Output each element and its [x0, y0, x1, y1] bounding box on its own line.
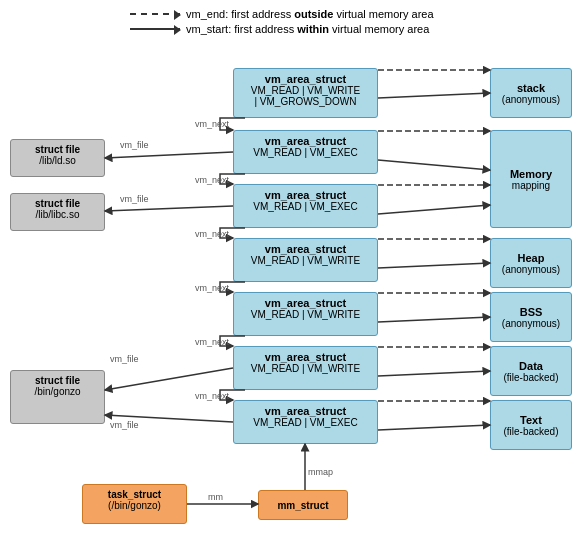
region-stack-title: stack — [517, 82, 545, 94]
vma6-title: vm_area_struct — [240, 351, 371, 363]
vm-file-label-4: vm_file — [110, 420, 139, 430]
vm-next-label-6: vm_next — [195, 391, 230, 401]
file3-title: struct file — [17, 375, 98, 386]
svg-line-4 — [378, 93, 490, 98]
region-data: Data (file-backed) — [490, 346, 572, 396]
legend-solid-text: vm_start: first address within virtual m… — [186, 23, 429, 35]
file2-title: struct file — [17, 198, 98, 209]
mm-struct-label: mm_struct — [277, 500, 328, 511]
mmap-arrow-label: mmap — [308, 467, 333, 477]
region-text-sub: (file-backed) — [503, 426, 558, 437]
vma3-line1: VM_READ | VM_EXEC — [240, 201, 371, 212]
file-box-1: struct file /lib/ld.so — [10, 139, 105, 177]
svg-line-0 — [105, 152, 233, 158]
region-bss-sub: (anonymous) — [502, 318, 560, 329]
svg-line-14 — [378, 371, 490, 376]
vma-box-1: vm_area_struct VM_READ | VM_WRITE | VM_G… — [233, 68, 378, 118]
vma2-line1: VM_READ | VM_EXEC — [240, 147, 371, 158]
vma1-line1: VM_READ | VM_WRITE — [240, 85, 371, 96]
vma-box-4: vm_area_struct VM_READ | VM_WRITE — [233, 238, 378, 282]
file2-sub: /lib/libc.so — [17, 209, 98, 220]
svg-line-6 — [378, 160, 490, 170]
svg-line-16 — [378, 425, 490, 430]
region-bss-title: BSS — [520, 306, 543, 318]
vma3-title: vm_area_struct — [240, 189, 371, 201]
svg-line-12 — [378, 317, 490, 322]
region-heap: Heap (anonymous) — [490, 238, 572, 288]
task-struct-sub: (/bin/gonzo) — [91, 500, 178, 511]
vma5-title: vm_area_struct — [240, 297, 371, 309]
file-box-2: struct file /lib/libc.so — [10, 193, 105, 231]
vma7-title: vm_area_struct — [240, 405, 371, 417]
svg-line-1 — [105, 206, 233, 211]
vma2-title: vm_area_struct — [240, 135, 371, 147]
vm-next-label-4: vm_next — [195, 283, 230, 293]
vm-next-label-1: vm_next — [195, 119, 230, 129]
region-mmap-title: Memory — [510, 168, 552, 180]
region-mmap-sub: mapping — [512, 180, 550, 191]
vm-next-label-5: vm_next — [195, 337, 230, 347]
vm-file-label-2: vm_file — [120, 194, 149, 204]
mm-struct-box: mm_struct — [258, 490, 348, 520]
region-heap-sub: (anonymous) — [502, 264, 560, 275]
vma4-line1: VM_READ | VM_WRITE — [240, 255, 371, 266]
region-data-title: Data — [519, 360, 543, 372]
file1-sub: /lib/ld.so — [17, 155, 98, 166]
vma-box-6: vm_area_struct VM_READ | VM_WRITE — [233, 346, 378, 390]
vm-file-label-3: vm_file — [110, 354, 139, 364]
region-mmap: Memory mapping — [490, 130, 572, 228]
legend-dashed-text: vm_end: first address outside virtual me… — [186, 8, 434, 20]
vm-next-label-2: vm_next — [195, 175, 230, 185]
svg-line-2 — [105, 368, 233, 390]
region-text: Text (file-backed) — [490, 400, 572, 450]
legend-dashed: vm_end: first address outside virtual me… — [130, 8, 434, 20]
svg-line-8 — [378, 205, 490, 214]
file3-sub: /bin/gonzo — [17, 386, 98, 397]
vma7-line1: VM_READ | VM_EXEC — [240, 417, 371, 428]
region-data-sub: (file-backed) — [503, 372, 558, 383]
svg-line-10 — [378, 263, 490, 268]
vma6-line1: VM_READ | VM_WRITE — [240, 363, 371, 374]
task-struct-label: task_struct — [91, 489, 178, 500]
legend-solid: vm_start: first address within virtual m… — [130, 23, 434, 35]
svg-line-3 — [105, 415, 233, 422]
region-text-title: Text — [520, 414, 542, 426]
file1-title: struct file — [17, 144, 98, 155]
vma-box-7: vm_area_struct VM_READ | VM_EXEC — [233, 400, 378, 444]
legend: vm_end: first address outside virtual me… — [130, 8, 434, 38]
file-box-3: struct file /bin/gonzo — [10, 370, 105, 424]
task-struct-box: task_struct (/bin/gonzo) — [82, 484, 187, 524]
region-stack-sub: (anonymous) — [502, 94, 560, 105]
vma4-title: vm_area_struct — [240, 243, 371, 255]
region-heap-title: Heap — [518, 252, 545, 264]
vma1-title: vm_area_struct — [240, 73, 371, 85]
vma5-line1: VM_READ | VM_WRITE — [240, 309, 371, 320]
vma-box-3: vm_area_struct VM_READ | VM_EXEC — [233, 184, 378, 228]
vm-next-label-3: vm_next — [195, 229, 230, 239]
region-bss: BSS (anonymous) — [490, 292, 572, 342]
vm-file-label-1: vm_file — [120, 140, 149, 150]
mm-arrow-label: mm — [208, 492, 223, 502]
diagram: vm_end: first address outside virtual me… — [0, 0, 587, 533]
vma-box-5: vm_area_struct VM_READ | VM_WRITE — [233, 292, 378, 336]
vma1-line2: | VM_GROWS_DOWN — [240, 96, 371, 107]
vma-box-2: vm_area_struct VM_READ | VM_EXEC — [233, 130, 378, 174]
region-stack: stack (anonymous) — [490, 68, 572, 118]
